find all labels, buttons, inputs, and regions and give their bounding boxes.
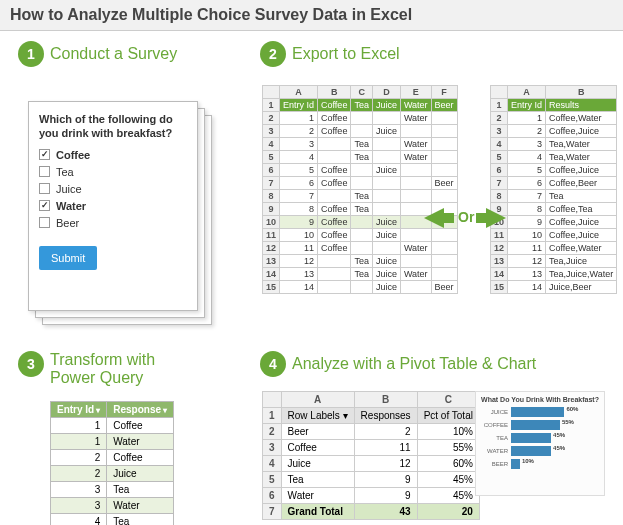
survey-question: Which of the following do you drink with… [39,112,187,141]
chart-bar [511,446,551,456]
option-label: Tea [56,166,74,178]
or-label: Or [458,209,474,225]
survey-option[interactable]: Coffee [39,149,187,161]
export-table-narrow: AB1Entry IdResults21Coffee,Water32Coffee… [490,85,617,294]
option-label: Beer [56,217,79,229]
chart-bar-row: JUICE60% [480,407,600,417]
checkbox-icon[interactable] [39,200,50,211]
chart-bar [511,459,520,469]
content: 1 Conduct a Survey Which of the followin… [0,31,623,525]
survey-option[interactable]: Water [39,200,187,212]
chart-value-label: 10% [522,458,534,464]
step1-head: 1 Conduct a Survey [18,41,177,67]
survey-form: Which of the following do you drink with… [28,101,198,311]
checkbox-icon[interactable] [39,166,50,177]
arrow-left-icon [424,208,444,228]
option-label: Water [56,200,86,212]
step3-head: 3 Transform with Power Query [18,351,180,387]
bar-chart: What Do You Drink With Breakfast? JUICE6… [475,391,605,496]
checkbox-icon[interactable] [39,149,50,160]
chart-value-label: 55% [562,419,574,425]
survey-option[interactable]: Tea [39,166,187,178]
chart-bar-row: COFFEE55% [480,420,600,430]
arrow-right-icon [486,208,506,228]
step4-title: Analyze with a Pivot Table & Chart [292,355,536,373]
step4-head: 4 Analyze with a Pivot Table & Chart [260,351,536,377]
chart-category-label: COFFEE [480,422,508,428]
checkbox-icon[interactable] [39,183,50,194]
chart-category-label: TEA [480,435,508,441]
chart-bar-row: TEA45% [480,433,600,443]
chart-title: What Do You Drink With Breakfast? [480,396,600,403]
step4-num: 4 [260,351,286,377]
survey-option[interactable]: Juice [39,183,187,195]
export-table-wide: ABCDEF1Entry IdCoffeeTeaJuiceWaterBeer21… [262,85,458,294]
chart-value-label: 45% [553,445,565,451]
chart-bar [511,420,560,430]
step1-title: Conduct a Survey [50,45,177,63]
chart-category-label: JUICE [480,409,508,415]
chart-bar [511,433,551,443]
pivot-table: ABC1Row Labels ▾ResponsesPct of Total2Be… [262,391,480,520]
chart-value-label: 60% [566,406,578,412]
option-label: Coffee [56,149,90,161]
chart-bar-row: BEER10% [480,459,600,469]
checkbox-icon[interactable] [39,217,50,228]
chart-value-label: 45% [553,432,565,438]
option-label: Juice [56,183,82,195]
step3-title: Transform with Power Query [50,351,180,387]
chart-category-label: WATER [480,448,508,454]
step2-num: 2 [260,41,286,67]
step2-head: 2 Export to Excel [260,41,400,67]
survey-option[interactable]: Beer [39,217,187,229]
step2-title: Export to Excel [292,45,400,63]
step1-num: 1 [18,41,44,67]
chart-bar-row: WATER45% [480,446,600,456]
submit-button[interactable]: Submit [39,246,97,270]
step3-num: 3 [18,351,44,377]
page-title: How to Analyze Multiple Choice Survey Da… [0,0,623,31]
transform-table: Entry Id▾Response▾1Coffee1Water2Coffee2J… [50,401,174,525]
chart-bar [511,407,564,417]
chart-category-label: BEER [480,461,508,467]
